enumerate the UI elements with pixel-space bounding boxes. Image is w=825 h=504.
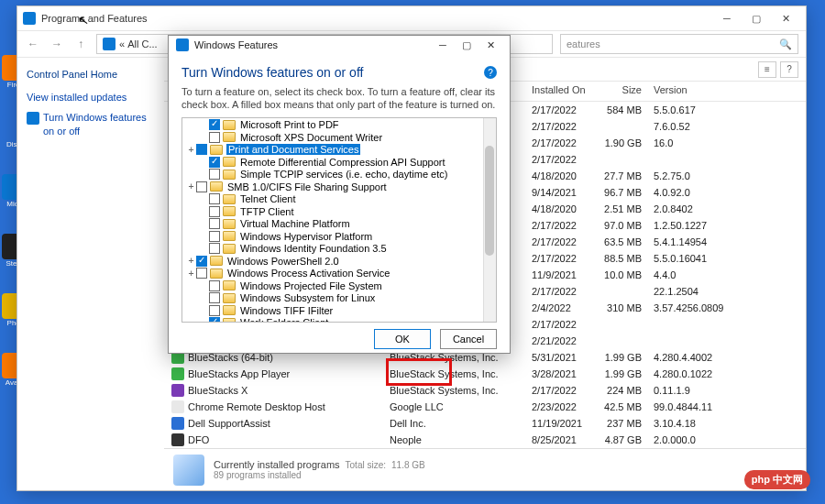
checkbox[interactable] xyxy=(209,132,220,143)
feature-item[interactable]: Microsoft Print to PDF xyxy=(182,119,496,132)
checkbox[interactable] xyxy=(209,218,220,229)
minimize-button[interactable]: ─ xyxy=(712,9,742,27)
feature-item[interactable]: TFTP Client xyxy=(182,205,496,218)
forward-button[interactable]: → xyxy=(49,36,65,52)
folder-icon xyxy=(210,181,223,192)
feature-item[interactable]: Remote Differential Compression API Supp… xyxy=(182,156,496,169)
col-version[interactable]: Version xyxy=(648,82,744,101)
feature-item[interactable]: +Print and Document Services xyxy=(182,144,496,157)
feature-item[interactable]: Windows Identity Foundation 3.5 xyxy=(182,243,496,256)
feature-item[interactable]: Windows Subsystem for Linux xyxy=(182,292,496,305)
folder-icon xyxy=(210,268,223,279)
folder-icon xyxy=(223,244,236,254)
folder-icon xyxy=(223,120,236,130)
window-title: Programs and Features xyxy=(41,13,148,24)
close-button[interactable]: ✕ xyxy=(771,9,800,27)
feature-item[interactable]: Virtual Machine Platform xyxy=(182,218,496,231)
table-row[interactable]: Chrome Remote Desktop HostGoogle LLC2/23… xyxy=(164,399,806,415)
table-row[interactable]: Dell SupportAssistDell Inc.11/19/2021237… xyxy=(164,415,806,432)
dialog-maximize-button[interactable]: ▢ xyxy=(455,36,478,54)
table-row[interactable]: BlueStacks App PlayerBlueStack Systems, … xyxy=(164,366,806,382)
folder-icon xyxy=(223,293,236,303)
search-icon: 🔍 xyxy=(779,38,792,50)
folder-icon xyxy=(223,305,236,315)
turn-windows-features-link[interactable]: Turn Windows features on or off xyxy=(27,111,155,137)
feature-label: Microsoft Print to PDF xyxy=(239,119,340,130)
maximize-button[interactable]: ▢ xyxy=(742,9,771,27)
expand-icon[interactable]: + xyxy=(186,145,196,155)
features-tree[interactable]: Microsoft Print to PDFMicrosoft XPS Docu… xyxy=(182,117,497,323)
table-row[interactable]: BlueStacks XBlueStack Systems, Inc.2/17/… xyxy=(164,382,806,399)
folder-icon xyxy=(223,170,236,180)
status-title: Currently installed programs xyxy=(214,459,340,470)
feature-label: Remote Differential Compression API Supp… xyxy=(239,157,446,168)
scrollbar[interactable] xyxy=(483,118,496,322)
checkbox[interactable] xyxy=(209,231,220,242)
dialog-minimize-button[interactable]: ─ xyxy=(431,36,455,54)
checkbox[interactable] xyxy=(196,144,207,155)
col-size[interactable]: Size xyxy=(593,82,648,101)
checkbox[interactable] xyxy=(209,157,220,168)
expand-icon[interactable]: + xyxy=(186,268,196,279)
checkbox[interactable] xyxy=(196,256,207,267)
feature-label: Windows PowerShell 2.0 xyxy=(226,256,340,267)
feature-label: Windows Process Activation Service xyxy=(226,268,390,279)
feature-item[interactable]: Work Folders Client xyxy=(182,317,496,323)
up-button[interactable]: ↑ xyxy=(72,36,89,52)
dialog-title: Windows Features xyxy=(194,39,278,50)
app-icon xyxy=(23,12,36,25)
feature-item[interactable]: Simple TCPIP services (i.e. echo, daytim… xyxy=(182,169,496,181)
scrollbar-thumb[interactable] xyxy=(485,146,494,256)
expand-icon[interactable]: + xyxy=(186,256,196,266)
feature-label: Microsoft XPS Document Writer xyxy=(239,132,383,143)
checkbox[interactable] xyxy=(209,169,220,180)
col-installed[interactable]: Installed On xyxy=(526,82,593,101)
watermark: php 中文网 xyxy=(744,470,810,489)
feature-item[interactable]: Windows TIFF IFilter xyxy=(182,304,496,317)
feature-label: Telnet Client xyxy=(239,193,297,204)
feature-item[interactable]: Windows Hypervisor Platform xyxy=(182,230,496,243)
dialog-description: To turn a feature on, select its check b… xyxy=(182,85,497,112)
feature-item[interactable]: Microsoft XPS Document Writer xyxy=(182,131,496,144)
checkbox[interactable] xyxy=(196,268,207,279)
control-panel-home[interactable]: Control Panel Home xyxy=(27,69,155,80)
dialog-title-bar: Windows Features ─ ▢ ✕ xyxy=(169,36,510,54)
expand-icon[interactable]: + xyxy=(186,181,196,192)
feature-label: SMB 1.0/CIFS File Sharing Support xyxy=(226,181,388,192)
help-icon[interactable]: ? xyxy=(484,66,497,79)
folder-icon xyxy=(210,256,223,266)
feature-item[interactable]: Windows Projected File System xyxy=(182,279,496,292)
folder-icon xyxy=(223,194,236,204)
feature-label: Windows Identity Foundation 3.5 xyxy=(239,243,388,254)
checkbox[interactable] xyxy=(209,280,220,291)
title-bar: Programs and Features ─ ▢ ✕ xyxy=(17,6,806,30)
checkbox[interactable] xyxy=(209,317,220,322)
checkbox[interactable] xyxy=(209,292,220,303)
dialog-icon xyxy=(176,38,189,51)
feature-label: Windows Hypervisor Platform xyxy=(239,231,373,242)
feature-item[interactable]: +Windows PowerShell 2.0 xyxy=(182,255,496,268)
feature-item[interactable]: +SMB 1.0/CIFS File Sharing Support xyxy=(182,181,496,193)
search-input[interactable]: eatures 🔍 xyxy=(560,34,798,54)
checkbox[interactable] xyxy=(209,243,220,254)
feature-item[interactable]: Telnet Client xyxy=(182,193,496,206)
dialog-close-button[interactable]: ✕ xyxy=(478,36,502,54)
help-button[interactable]: ? xyxy=(780,61,798,78)
checkbox[interactable] xyxy=(209,305,220,316)
folder-icon xyxy=(223,219,236,229)
checkbox[interactable] xyxy=(209,193,220,204)
folder-icon xyxy=(223,206,236,216)
view-mode-button[interactable]: ≡ xyxy=(758,61,776,78)
checkbox[interactable] xyxy=(209,206,220,217)
checkbox[interactable] xyxy=(209,119,220,130)
feature-item[interactable]: +Windows Process Activation Service xyxy=(182,268,496,280)
cancel-button[interactable]: Cancel xyxy=(440,329,497,349)
view-installed-updates-link[interactable]: View installed updates xyxy=(27,91,155,104)
shield-icon xyxy=(27,112,39,125)
ok-button[interactable]: OK xyxy=(374,329,431,349)
back-button[interactable]: ← xyxy=(25,36,41,52)
feature-label: Print and Document Services xyxy=(226,144,360,155)
table-row[interactable]: DFONeople8/25/20214.87 GB2.0.000.0 xyxy=(164,432,806,448)
left-pane: Control Panel Home View installed update… xyxy=(17,58,164,490)
checkbox[interactable] xyxy=(196,181,207,192)
